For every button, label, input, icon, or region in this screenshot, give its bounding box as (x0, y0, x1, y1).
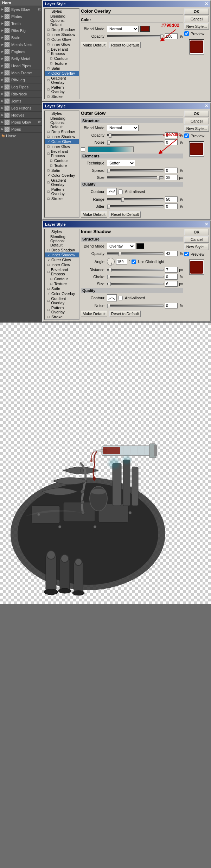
opacity-slider-track2[interactable] (107, 133, 164, 138)
choke-slider[interactable] (107, 276, 164, 278)
size-input3[interactable]: 6 (165, 281, 178, 287)
style-item-styles[interactable]: Styles (45, 9, 79, 14)
jitter-slider-track[interactable] (107, 204, 164, 209)
dialog3-ok-button[interactable]: OK (184, 229, 209, 235)
blend-mode-select3[interactable]: Overlay (107, 243, 135, 249)
jitter-input[interactable]: 0 (165, 204, 178, 209)
angle-dial[interactable] (107, 258, 115, 266)
layer-item-hooves[interactable]: ▶ Hooves (0, 112, 42, 119)
dialog3-cancel-button[interactable]: Cancel (184, 236, 209, 243)
opacity-slider[interactable] (107, 35, 164, 37)
anti-aliased-checkbox3[interactable] (118, 296, 123, 300)
dialog1-ok-button[interactable]: OK (184, 8, 209, 15)
noise-slider3[interactable] (107, 305, 164, 307)
choke-slider-track[interactable] (107, 274, 164, 279)
size-slider-track3[interactable] (107, 281, 164, 286)
dialog1-close-button[interactable]: ✕ (205, 1, 208, 6)
style-item-inner-glow2[interactable]: □Inner Glow (45, 144, 79, 149)
layer-item-engines[interactable]: ▶ Engines (0, 48, 42, 55)
reset-to-default-button2[interactable]: Reset to Default (109, 211, 141, 218)
style-item-color-overlay3[interactable]: ✓Color Overlay (45, 291, 79, 296)
distance-input[interactable]: 7 (165, 267, 178, 273)
range-slider-track[interactable] (107, 197, 164, 202)
style-item-pattern-overlay3[interactable]: □Pattern Overlay (45, 305, 79, 314)
spread-input[interactable]: 0 (165, 168, 178, 173)
style-item-satin[interactable]: □Satin (45, 66, 79, 71)
layer-item-teeth[interactable]: ▶ Teeth (0, 20, 42, 27)
style-item-drop-shadow3[interactable]: □Drop Shadow (45, 248, 79, 252)
style-item-contour3[interactable]: □Contour (45, 276, 79, 281)
style-item-satin3[interactable]: □Satin (45, 286, 79, 291)
dialog2-ok-button[interactable]: OK (184, 111, 209, 117)
style-item-color-overlay[interactable]: ✓Color Overlay (45, 71, 79, 76)
make-default-button3[interactable]: Make Default (81, 311, 107, 317)
layer-item-brain[interactable]: ▶ Brain (0, 34, 42, 41)
style-item-stroke[interactable]: □Stroke (45, 94, 79, 99)
layer-item-eyes-glow[interactable]: ▶ Eyes Glow fx (0, 6, 42, 13)
range-slider[interactable] (107, 198, 164, 200)
style-item-styles2[interactable]: Styles (45, 111, 79, 116)
jitter-slider[interactable] (107, 205, 164, 207)
style-item-pattern-overlay2[interactable]: □Pattern Overlay (45, 187, 79, 196)
style-item-satin2[interactable]: □Satin (45, 168, 79, 173)
style-item-texture[interactable]: □Texture (45, 61, 79, 66)
size-slider[interactable] (107, 176, 164, 179)
anti-aliased-checkbox2[interactable] (118, 189, 123, 194)
style-item-pattern-overlay[interactable]: □Pattern Overlay (45, 85, 79, 94)
opacity-input3[interactable]: 43 (165, 251, 178, 256)
style-item-contour[interactable]: □Contour (45, 56, 79, 61)
make-default-button[interactable]: Make Default (81, 42, 107, 48)
style-item-styles3[interactable]: Styles (45, 229, 79, 234)
noise-slider[interactable] (107, 141, 164, 143)
range-input[interactable]: 50 (165, 196, 178, 202)
style-item-color-overlay2[interactable]: ✓Color Overlay (45, 173, 79, 178)
layer-item-belly-metal[interactable]: ▶ Belly Metal (0, 55, 42, 62)
angle-input[interactable]: 159 (116, 259, 127, 264)
style-item-texture2[interactable]: □Texture (45, 163, 79, 168)
distance-slider-track[interactable] (107, 267, 164, 272)
solid-color-option[interactable] (81, 147, 85, 151)
style-item-blending[interactable]: Blending Options: Default (45, 14, 79, 27)
style-item-stroke3[interactable]: □Stroke (45, 314, 79, 319)
style-item-stroke2[interactable]: □Stroke (45, 196, 79, 201)
spread-slider[interactable] (107, 169, 164, 171)
choke-input[interactable]: 0 (165, 274, 178, 280)
blend-mode-select[interactable]: Normal (107, 26, 139, 32)
dialog3-close-button[interactable]: ✕ (205, 222, 208, 227)
style-item-outer-glow3[interactable]: ✓Outer Glow (45, 257, 79, 262)
reset-to-default-button3[interactable]: Reset to Default (109, 311, 141, 317)
style-item-inner-shadow[interactable]: □Inner Shadow (45, 32, 79, 37)
style-item-inner-shadow3[interactable]: ✓Inner Shadow (45, 252, 79, 257)
layer-item-joints[interactable]: ▶ Joints (0, 98, 42, 105)
glow-gradient-bar[interactable] (88, 146, 134, 152)
blend-mode-select2[interactable]: Normal (107, 125, 139, 131)
shadow-color-swatch[interactable] (136, 243, 144, 249)
style-item-gradient-overlay2[interactable]: □Gradient Overlay (45, 178, 79, 187)
layer-item-pipes[interactable]: ▶ Pipes (0, 126, 42, 133)
style-item-blending2[interactable]: Blending Options: Default (45, 116, 79, 129)
layer-item-rib-leg[interactable]: ▶ Rib-Leg (0, 76, 42, 83)
style-item-bevel3[interactable]: □Bevel and Emboss (45, 267, 79, 276)
opacity-slider3[interactable] (107, 252, 164, 255)
size-slider3[interactable] (107, 283, 164, 285)
style-item-blending3[interactable]: Blending Options: Default (45, 234, 79, 248)
dialog2-cancel-button[interactable]: Cancel (184, 118, 209, 124)
layer-item-leg-pipes[interactable]: ▶ Leg Pipes (0, 83, 42, 90)
make-default-button2[interactable]: Make Default (81, 211, 107, 218)
dialog2-new-style-button[interactable]: New Style... (184, 125, 209, 132)
dialog1-cancel-button[interactable]: Cancel (184, 16, 209, 22)
opacity-slider-track[interactable] (107, 34, 164, 39)
color-swatch[interactable] (140, 26, 150, 32)
layer-item-leg-pistons[interactable]: ▶ Leg Pistons (0, 105, 42, 112)
spread-slider-track[interactable] (107, 168, 164, 173)
noise-input3[interactable]: 0 (165, 303, 178, 308)
style-item-gradient-overlay3[interactable]: □Gradient Overlay (45, 296, 79, 305)
style-item-outer-glow2[interactable]: ✓Outer Glow (45, 139, 79, 144)
distance-slider[interactable] (107, 269, 164, 271)
style-item-contour2[interactable]: □Contour (45, 158, 79, 163)
dialog2-preview-checkbox[interactable] (184, 133, 189, 138)
global-light-checkbox[interactable] (132, 260, 136, 264)
style-item-inner-shadow2[interactable]: □Inner Shadow (45, 134, 79, 139)
layer-item-ribs-big[interactable]: ▶ Ribs Big (0, 27, 42, 34)
style-item-gradient-overlay[interactable]: □Gradient Overlay (45, 76, 79, 85)
